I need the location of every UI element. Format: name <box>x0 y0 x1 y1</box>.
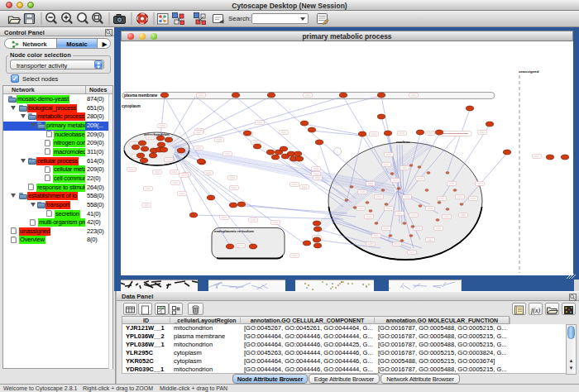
svg-text:plasma membrane: plasma membrane <box>124 93 158 98</box>
svg-text:f(x): f(x) <box>531 307 540 314</box>
svg-text:nucleus: nucleus <box>396 140 410 144</box>
svg-text:unassigned: unassigned <box>519 69 539 74</box>
svg-text:cytoplasm: cytoplasm <box>122 104 141 108</box>
